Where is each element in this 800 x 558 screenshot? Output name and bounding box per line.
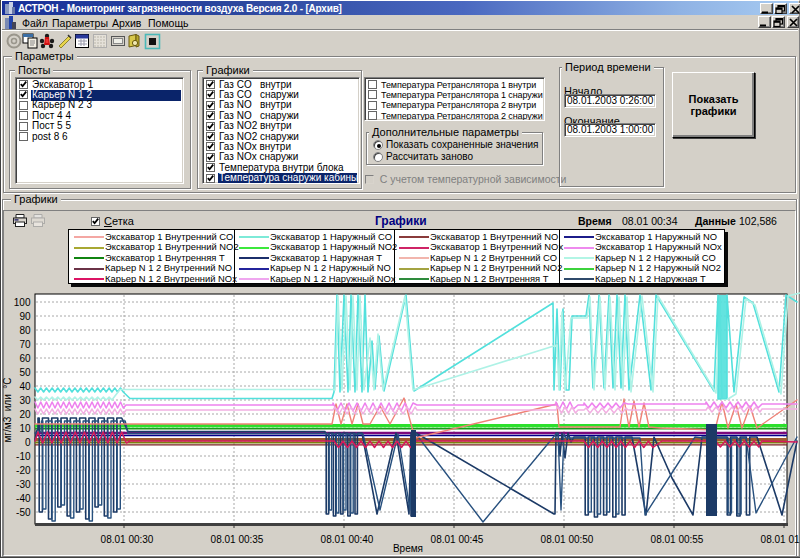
svg-text:-30: -30 — [16, 479, 31, 490]
svg-text:08.01 00:40: 08.01 00:40 — [321, 534, 374, 545]
svg-text:50: 50 — [19, 367, 31, 378]
svg-text:мг/м3 или °C: мг/м3 или °C — [2, 377, 13, 442]
svg-text:-20: -20 — [16, 465, 31, 476]
svg-text:0: 0 — [25, 437, 31, 448]
svg-text:-40: -40 — [16, 493, 31, 504]
svg-text:Время: Время — [393, 543, 423, 554]
svg-text:70: 70 — [19, 339, 31, 350]
svg-text:-10: -10 — [16, 451, 31, 462]
svg-text:20: 20 — [19, 409, 31, 420]
svg-text:08.01 00:50: 08.01 00:50 — [541, 534, 594, 545]
svg-text:-50: -50 — [16, 507, 31, 518]
svg-text:08.01 00:30: 08.01 00:30 — [101, 534, 154, 545]
svg-text:08.01 00:55: 08.01 00:55 — [651, 534, 704, 545]
svg-text:80: 80 — [19, 325, 31, 336]
svg-text:08.01 01:00: 08.01 01:00 — [761, 534, 800, 545]
svg-text:08.01 00:45: 08.01 00:45 — [431, 534, 484, 545]
svg-text:100: 100 — [14, 297, 31, 308]
svg-text:30: 30 — [19, 395, 31, 406]
svg-text:10: 10 — [19, 423, 31, 434]
svg-text:60: 60 — [19, 353, 31, 364]
svg-text:40: 40 — [19, 381, 31, 392]
svg-text:08.01 00:35: 08.01 00:35 — [211, 534, 264, 545]
svg-text:90: 90 — [19, 311, 31, 322]
